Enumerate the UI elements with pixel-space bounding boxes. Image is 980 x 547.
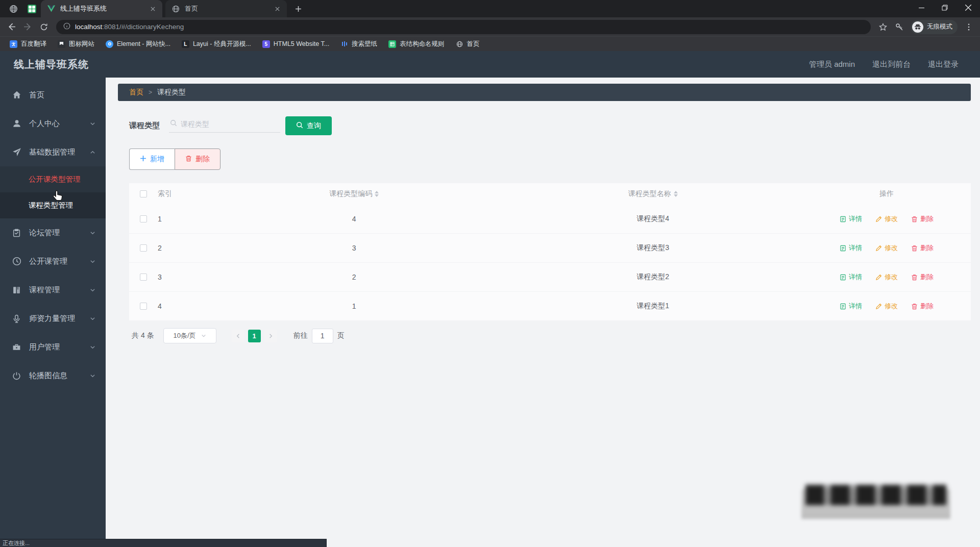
tab-title: 首页 bbox=[185, 4, 273, 13]
tab-home[interactable]: 首页 bbox=[165, 0, 287, 17]
exit-to-front-link[interactable]: 退出到前台 bbox=[872, 60, 911, 69]
sidebar-item-label: 基础数据管理 bbox=[29, 147, 90, 157]
goto-page-input[interactable] bbox=[312, 329, 333, 343]
chevron-down-icon bbox=[90, 316, 95, 321]
bookmark-wallpaper[interactable]: 搜索壁纸 bbox=[336, 38, 382, 50]
tab-close-icon[interactable] bbox=[273, 4, 282, 13]
table-toolbar: 新增 删除 bbox=[129, 148, 971, 170]
logout-link[interactable]: 退出登录 bbox=[928, 60, 959, 69]
pinned-tab-globe[interactable] bbox=[7, 3, 19, 15]
pagination: 共 4 条 10条/页 1 前往 页 bbox=[132, 328, 971, 343]
key-icon[interactable] bbox=[892, 20, 906, 34]
bookmark-star-icon[interactable] bbox=[876, 20, 890, 34]
detail-link[interactable]: 详情 bbox=[840, 302, 862, 311]
page-number-active[interactable]: 1 bbox=[248, 330, 261, 342]
add-button[interactable]: 新增 bbox=[129, 148, 175, 170]
tab-admin-system[interactable]: 线上辅导班系统 bbox=[41, 0, 162, 17]
row-checkbox[interactable] bbox=[140, 303, 147, 310]
sidebar-subitem-open-course-type[interactable]: 公开课类型管理 bbox=[0, 166, 106, 192]
sidebar-item-home[interactable]: 首页 bbox=[0, 81, 106, 109]
sidebar-item-carousel[interactable]: 轮播图信息 bbox=[0, 361, 106, 390]
prev-page-button[interactable] bbox=[232, 330, 244, 342]
blurred-watermark bbox=[801, 489, 950, 519]
sidebar-item-label: 个人中心 bbox=[29, 119, 90, 129]
row-delete-link[interactable]: 删除 bbox=[911, 214, 934, 223]
pinned-tab-docs[interactable] bbox=[26, 3, 38, 15]
restore-button[interactable] bbox=[933, 0, 957, 15]
minimize-button[interactable] bbox=[910, 0, 933, 15]
bookmark-element[interactable]: Element - 网站快... bbox=[101, 38, 175, 50]
home-icon bbox=[12, 90, 22, 100]
sidebar-item-label: 课程管理 bbox=[29, 285, 90, 295]
menu-dots-icon[interactable] bbox=[962, 20, 976, 34]
briefcase-icon bbox=[12, 343, 22, 352]
sidebar-item-users[interactable]: 用户管理 bbox=[0, 333, 106, 361]
bookmark-layui[interactable]: LLayui - 经典开源模... bbox=[177, 38, 256, 50]
col-header-name[interactable]: 课程类型名称 bbox=[504, 189, 803, 198]
bookmark-icon-site[interactable]: 图标网站 bbox=[53, 38, 99, 50]
bookmarks-bar: 百度翻译 图标网站 Element - 网站快... LLayui - 经典开源… bbox=[0, 36, 980, 51]
edit-link[interactable]: 修改 bbox=[875, 214, 898, 223]
close-window-button[interactable] bbox=[957, 0, 980, 15]
search-input-wrap bbox=[169, 119, 280, 133]
bookmark-baidu-translate[interactable]: 百度翻译 bbox=[5, 38, 51, 50]
col-header-code[interactable]: 课程类型编码 bbox=[205, 189, 504, 198]
microphone-icon bbox=[12, 314, 22, 323]
sidebar-item-personal-center[interactable]: 个人中心 bbox=[0, 109, 106, 138]
forward-button[interactable] bbox=[20, 20, 35, 34]
sidebar-item-teachers[interactable]: 师资力量管理 bbox=[0, 304, 106, 333]
chevron-down-icon bbox=[90, 344, 95, 350]
detail-link[interactable]: 详情 bbox=[840, 214, 862, 223]
bookmark-label: 搜索壁纸 bbox=[352, 40, 377, 48]
delete-button[interactable]: 删除 bbox=[175, 148, 220, 170]
chevron-down-icon bbox=[90, 230, 95, 236]
sidebar-item-forum[interactable]: 论坛管理 bbox=[0, 218, 106, 247]
delete-button-label: 删除 bbox=[195, 155, 210, 164]
globe-icon bbox=[172, 5, 180, 13]
bookmark-html5[interactable]: 5HTML5 Website T... bbox=[258, 39, 334, 49]
next-page-button[interactable] bbox=[264, 330, 277, 342]
row-delete-link[interactable]: 删除 bbox=[911, 302, 934, 311]
sidebar-item-open-course[interactable]: 公开课管理 bbox=[0, 247, 106, 276]
query-button-label: 查询 bbox=[307, 121, 321, 131]
detail-link[interactable]: 详情 bbox=[840, 272, 862, 282]
chevron-up-icon bbox=[90, 150, 95, 155]
page-size-select[interactable]: 10条/页 bbox=[163, 328, 216, 343]
reload-button[interactable] bbox=[37, 20, 51, 34]
row-delete-link[interactable]: 删除 bbox=[911, 243, 934, 253]
search-input[interactable] bbox=[181, 120, 279, 128]
edit-link[interactable]: 修改 bbox=[875, 302, 898, 311]
breadcrumb-home-link[interactable]: 首页 bbox=[129, 88, 143, 97]
edit-link[interactable]: 修改 bbox=[875, 272, 898, 282]
row-checkbox[interactable] bbox=[140, 244, 147, 252]
sidebar-item-label: 轮播图信息 bbox=[29, 371, 90, 381]
back-button[interactable] bbox=[4, 20, 18, 34]
chevron-down-icon bbox=[90, 287, 95, 293]
clipboard-icon bbox=[12, 229, 22, 237]
sidebar-item-course[interactable]: 课程管理 bbox=[0, 276, 106, 304]
sort-icon[interactable] bbox=[375, 191, 379, 197]
row-checkbox[interactable] bbox=[140, 215, 147, 222]
bookmark-label: HTML5 Website T... bbox=[274, 40, 329, 47]
main-content: 首页 > 课程类型 课程类型 查询 新增 删除 bbox=[106, 78, 980, 547]
address-bar[interactable]: localhost:8081/#/dictionaryKecheng bbox=[56, 20, 871, 34]
bookmark-home[interactable]: 首页 bbox=[451, 38, 484, 50]
chevron-down-icon bbox=[90, 373, 95, 379]
cell-code: 1 bbox=[205, 302, 504, 310]
bookmark-label: Layui - 经典开源模... bbox=[193, 40, 251, 48]
info-icon[interactable] bbox=[63, 22, 70, 32]
select-all-checkbox[interactable] bbox=[140, 190, 147, 197]
sidebar-item-basic-data[interactable]: 基础数据管理 bbox=[0, 138, 106, 166]
vue-logo-icon bbox=[47, 5, 56, 13]
tab-close-icon[interactable] bbox=[148, 4, 157, 13]
row-delete-link[interactable]: 删除 bbox=[911, 272, 934, 282]
query-button[interactable]: 查询 bbox=[285, 116, 332, 135]
new-tab-button[interactable] bbox=[291, 2, 305, 16]
row-checkbox[interactable] bbox=[140, 274, 147, 281]
detail-link[interactable]: 详情 bbox=[840, 243, 862, 253]
table-row: 1 4 课程类型4 详情 修改 删除 bbox=[129, 205, 971, 234]
globe-icon bbox=[9, 5, 18, 13]
bookmark-naming-rules[interactable]: 表结构命名规则 bbox=[384, 38, 449, 50]
sort-icon[interactable] bbox=[674, 191, 678, 197]
edit-link[interactable]: 修改 bbox=[875, 243, 898, 253]
